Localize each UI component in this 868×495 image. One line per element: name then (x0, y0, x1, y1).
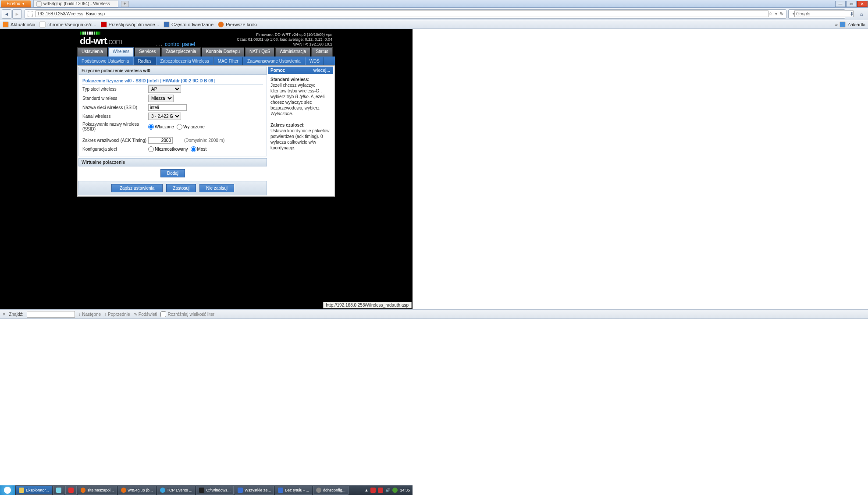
start-button[interactable] (0, 485, 15, 495)
section-header-virtual: Wirtualne polaczenie (78, 158, 267, 166)
taskbar-item[interactable]: TCP Events ... (157, 486, 196, 495)
ddwrt-logo: dd-wrt.com (80, 35, 122, 47)
label-ack: Zakres wrazliwosci (ACK Timing) (82, 138, 148, 143)
bookmark-item[interactable]: Często odwiedzane (164, 21, 213, 28)
address-bar[interactable]: ☆▾↻ (25, 9, 786, 19)
bookmark-item[interactable]: Prześlij swój film wide... (101, 21, 160, 28)
apply-button[interactable]: Zastosuj (166, 184, 196, 192)
firefox-icon (81, 488, 86, 493)
firefox-menu-button[interactable]: Firefox▼ (1, 0, 31, 7)
find-next-button[interactable]: ↓Następne (78, 312, 101, 317)
add-button[interactable]: Dodaj (160, 169, 185, 177)
url-input[interactable] (36, 11, 768, 17)
taskbar-item[interactable]: Eksplorator... (16, 486, 52, 495)
notepad-icon (56, 488, 61, 493)
tab-ustawienia[interactable]: Ustawienia (77, 47, 107, 57)
downloads-button[interactable]: ⬇ (848, 10, 856, 18)
tray-network-icon[interactable] (392, 488, 398, 493)
close-button[interactable]: ✕ (857, 1, 868, 7)
bookmark-item[interactable]: Aktualności (3, 21, 35, 28)
cancel-button[interactable]: Nie zapisuj (199, 184, 234, 192)
tray-avira-icon[interactable] (370, 488, 376, 493)
tray-clock[interactable]: 14:35 (400, 488, 410, 492)
bookmark-item[interactable]: Pierwsze kroki (218, 21, 257, 28)
arrow-down-icon: ↓ (78, 312, 81, 317)
bookmarks-menu-button[interactable]: »Zakładki (835, 21, 865, 28)
subtab-radius[interactable]: Radius (133, 57, 156, 65)
subtab-macfilter[interactable]: MAC Filter (213, 57, 243, 65)
tray-volume-icon[interactable]: 🔊 (385, 488, 390, 492)
find-input[interactable] (27, 311, 75, 318)
subtab-security[interactable]: Zabezpieczenia Wireless (156, 57, 213, 65)
browser-titlebar: Firefox▼ wrt54glup (build 13064) - Wirel… (0, 0, 868, 8)
taskbar-item[interactable]: ddnsconfig... (313, 486, 349, 495)
tab-title: wrt54glup (build 13064) - Wireless (43, 1, 110, 6)
firefox-icon (121, 488, 126, 493)
save-button[interactable]: Zapisz ustawienia (111, 184, 163, 192)
ie-icon (278, 488, 283, 493)
tab-wireless[interactable]: Wireless (108, 47, 134, 57)
tab-administracja[interactable]: Administracja (275, 47, 310, 57)
ddwrt-panel: dd-wrt.com ...control panel Firmware: DD… (77, 32, 335, 197)
section-body-physical: Polaczenie fizyczne wl0 - SSID [inteli ]… (78, 75, 267, 156)
input-ssid[interactable] (148, 104, 187, 111)
browser-tab-active[interactable]: wrt54glup (build 13064) - Wireless (33, 0, 118, 7)
taskbar-item[interactable]: Bez tytułu - ... (275, 486, 312, 495)
label-channel: Kanal wireless (82, 114, 148, 119)
find-close-button[interactable]: × (3, 311, 5, 317)
taskbar-item[interactable] (53, 486, 64, 495)
tray-app-icon[interactable] (378, 488, 383, 493)
taskbar-item[interactable] (65, 486, 77, 495)
search-bar[interactable]: ▾ (788, 9, 845, 19)
minimize-button[interactable]: — (835, 1, 846, 7)
opera-icon (68, 488, 74, 493)
help-more-link[interactable]: wiecej... (313, 68, 330, 73)
tab-favicon-icon (36, 1, 42, 7)
tab-status[interactable]: Status (311, 47, 332, 57)
forward-button[interactable]: ► (12, 9, 22, 19)
subtab-advanced[interactable]: Zaawansowane Ustawienia (243, 57, 305, 65)
tab-kontrola[interactable]: Kontrola Dostepu (202, 47, 244, 57)
taskbar-item[interactable]: C:\Windows... (196, 486, 234, 495)
system-tray[interactable]: ▲ 🔊 14:35 (365, 488, 413, 493)
gear-icon (316, 488, 321, 493)
content-area: Fizyczne polaczenie wireless wl0 Polacze… (77, 65, 335, 197)
home-button[interactable]: ⌂ (857, 10, 865, 18)
select-wireless-standard[interactable]: Mieszana (148, 95, 174, 102)
find-prev-button[interactable]: ↑Poprzednie (104, 312, 130, 317)
tray-chevron-icon[interactable]: ▲ (365, 488, 369, 492)
select-wireless-type[interactable]: AP (148, 85, 181, 93)
maximize-button[interactable]: ▭ (846, 1, 857, 7)
windows-logo-icon (4, 487, 11, 494)
input-ack-timing[interactable] (148, 137, 173, 144)
system-info: Firmware: DD-WRT v24-sp2 (10/10/09) vpn … (237, 32, 332, 47)
select-channel[interactable]: 3 - 2.422 GHz (148, 113, 181, 120)
radio-cfg-unbridged[interactable]: Niezmostkowany (148, 146, 188, 152)
tab-nat-qos[interactable]: NAT / QoS (245, 47, 274, 57)
subtab-wds[interactable]: WDS (305, 57, 324, 65)
new-tab-button[interactable]: + (121, 1, 129, 7)
site-identity-icon (28, 11, 33, 17)
radio-show-on[interactable]: Wlaczone (148, 124, 174, 130)
taskbar-item[interactable]: wrt54glup (b... (118, 486, 156, 495)
back-button[interactable]: ◄ (2, 9, 11, 19)
radio-cfg-bridge[interactable]: Most (191, 146, 207, 152)
tab-services[interactable]: Services (135, 47, 160, 57)
help-body: Standard wireless: Jezeli chcesz wylaczy… (268, 74, 333, 153)
bookmark-item[interactable]: chrome://seoquake/c... (39, 21, 96, 28)
taskbar-item[interactable]: Wszystkie ze... (235, 486, 274, 495)
tab-zabezpieczenia[interactable]: Zabezpieczenia (161, 47, 201, 57)
control-panel-label: ...control panel (156, 41, 195, 47)
highlight-icon: ✎ (134, 312, 137, 317)
taskbar-item[interactable]: site:naszapol... (78, 486, 117, 495)
find-highlight-button[interactable]: ✎Podświetl (134, 312, 157, 317)
find-matchcase-checkbox[interactable]: Rozróżniaj wielkość liter (160, 311, 214, 317)
subtab-basic[interactable]: Podstawowe Ustawienia (77, 57, 133, 65)
logo-squares-icon (80, 32, 100, 35)
firefox-icon (218, 21, 224, 28)
radio-show-off[interactable]: Wylaczone (177, 124, 205, 130)
find-bar: × Znajdź: ↓Następne ↑Poprzednie ✎Podświe… (0, 309, 868, 319)
cmd-icon (199, 488, 204, 493)
search-input[interactable] (794, 11, 854, 17)
help-header: Pomoc wiecej... (268, 67, 333, 74)
